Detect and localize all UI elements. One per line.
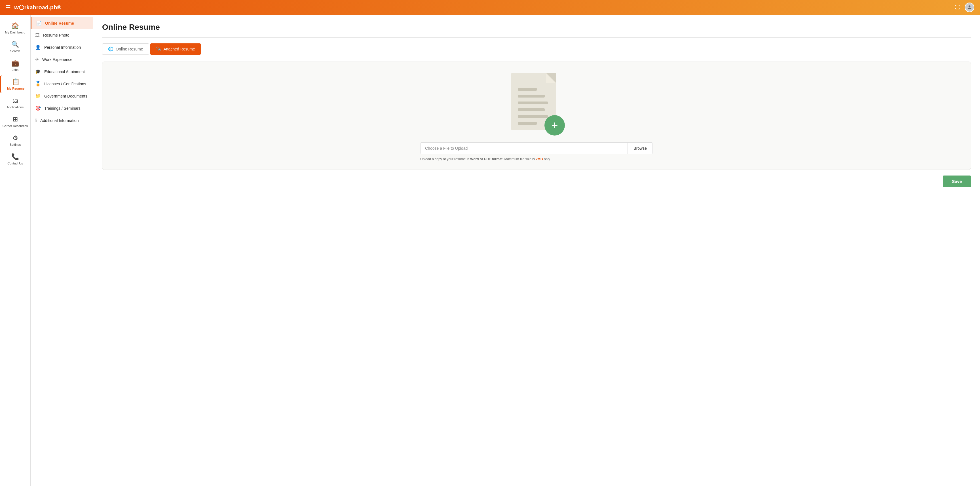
sub-item-resume-photo[interactable]: 🖼 Resume Photo [30,29,93,41]
gov-docs-sub-label: Government Documents [44,94,88,98]
settings-label: Settings [10,143,21,146]
additional-sub-label: Additional Information [40,118,78,123]
sub-item-additional-info[interactable]: ℹ Additional Information [30,114,93,127]
online-resume-sub-label: Online Resume [45,21,74,25]
work-exp-sub-label: Work Experience [42,57,72,62]
sidebar-item-jobs[interactable]: 💼 Jobs [0,57,30,74]
file-upload-placeholder: Choose a File to Upload [420,143,628,154]
personal-info-sub-label: Personal Information [44,45,81,49]
education-sub-icon: 🎓 [35,69,41,74]
sub-item-online-resume[interactable]: 📄 Online Resume [30,17,93,29]
content-inner: Online Resume 🌐 Online Resume 📎 Attached… [93,15,980,486]
sub-sidebar: 📄 Online Resume 🖼 Resume Photo 👤 Persona… [30,15,93,486]
resume-photo-sub-label: Resume Photo [43,33,70,37]
sub-item-licenses[interactable]: 🏅 Licenses / Certifications [30,78,93,90]
upload-hint: Upload a copy of your resume in Word or … [420,157,653,161]
sidebar-nav: 🏠 My Dashboard 🔍 Search 💼 Jobs 📋 My Resu… [0,15,30,486]
sidebar-item-career-resources[interactable]: ⊞ Career Resources [0,113,30,130]
additional-sub-icon: ℹ [35,118,37,123]
hamburger-icon[interactable]: ☰ [6,4,11,11]
dashboard-icon: 🏠 [11,22,19,30]
search-icon: 🔍 [11,41,19,48]
sub-item-trainings[interactable]: 🎯 Trainings / Seminars [30,102,93,114]
contact-icon: 📞 [11,153,19,160]
save-button[interactable]: Save [943,176,971,187]
work-exp-sub-icon: ✈ [35,57,39,62]
applications-label: Applications [7,105,24,109]
sub-item-gov-docs[interactable]: 📁 Government Documents [30,90,93,102]
globe-icon: 🌐 [108,46,113,52]
my-resume-label: My Resume [7,87,24,90]
jobs-icon: 💼 [11,60,19,67]
personal-info-sub-icon: 👤 [35,44,41,50]
fullscreen-icon[interactable]: ⛶ [955,5,960,11]
settings-icon: ⚙ [13,134,18,142]
tab-online-resume-label: Online Resume [116,47,143,51]
sidebar-item-my-resume[interactable]: 📋 My Resume [0,75,30,93]
main-content: Online Resume 🌐 Online Resume 📎 Attached… [93,15,980,486]
search-label: Search [10,49,20,53]
main-layout: 🏠 My Dashboard 🔍 Search 💼 Jobs 📋 My Resu… [0,15,980,486]
sidebar-item-dashboard[interactable]: 🏠 My Dashboard [0,19,30,37]
logo-gear-icon [19,5,24,10]
hint-size-post: only. [543,157,551,161]
tab-online-resume[interactable]: 🌐 Online Resume [102,43,149,55]
tabs-row: 🌐 Online Resume 📎 Attached Resume [102,43,971,55]
online-resume-sub-icon: 📄 [36,21,42,26]
career-resources-icon: ⊞ [13,116,18,123]
page-title: Online Resume [102,23,971,32]
sidebar-item-applications[interactable]: 🗂 Applications [0,94,30,112]
trainings-sub-icon: 🎯 [35,105,41,111]
sidebar-item-search[interactable]: 🔍 Search [0,38,30,56]
file-illustration: + [511,73,562,135]
add-file-icon[interactable]: + [544,115,565,135]
resume-photo-sub-icon: 🖼 [35,33,40,38]
paperclip-icon: 📎 [156,46,161,52]
sub-item-educational[interactable]: 🎓 Educational Attainment [30,65,93,78]
file-upload-row: Choose a File to Upload Browse [420,142,653,154]
header-left: ☰ wrkabroad.ph® [6,4,61,11]
file-line-6 [518,122,537,125]
dashboard-label: My Dashboard [5,31,25,34]
hint-format: Word or PDF format [470,157,503,161]
header-right: ⛶ [955,3,974,12]
user-avatar[interactable] [965,3,974,12]
save-row: Save [102,176,971,187]
sidebar-item-contact-us[interactable]: 📞 Contact Us [0,150,30,168]
file-line-5 [518,115,548,118]
sub-item-personal-info[interactable]: 👤 Personal Information [30,41,93,53]
site-logo: wrkabroad.ph® [14,4,61,11]
tab-attached-resume-label: Attached Resume [164,47,195,51]
my-resume-icon: 📋 [12,78,19,86]
file-line-3 [518,102,548,104]
licenses-sub-icon: 🏅 [35,81,41,86]
education-sub-label: Educational Attainment [44,70,85,74]
svg-point-0 [969,5,970,7]
file-line-1 [518,88,537,91]
title-divider [102,37,971,38]
tab-attached-resume[interactable]: 📎 Attached Resume [150,43,201,55]
hint-size: 2MB [536,157,543,161]
trainings-sub-label: Trainings / Seminars [44,106,81,111]
sub-item-work-experience[interactable]: ✈ Work Experience [30,53,93,65]
hint-text-pre: Upload a copy of your resume in [420,157,470,161]
browse-button[interactable]: Browse [628,143,652,154]
top-header: ☰ wrkabroad.ph® ⛶ [0,0,980,15]
file-line-4 [518,108,545,111]
applications-icon: 🗂 [12,97,18,104]
career-resources-label: Career Resources [3,124,28,128]
file-line-2 [518,95,545,97]
contact-label: Contact Us [7,162,23,165]
licenses-sub-label: Licenses / Certifications [44,82,86,86]
gov-docs-sub-icon: 📁 [35,93,41,98]
jobs-label: Jobs [12,68,18,71]
upload-area: + Choose a File to Upload Browse Upload … [102,62,971,170]
hint-size-pre: . Maximum file size is [503,157,536,161]
sidebar-item-settings[interactable]: ⚙ Settings [0,132,30,149]
